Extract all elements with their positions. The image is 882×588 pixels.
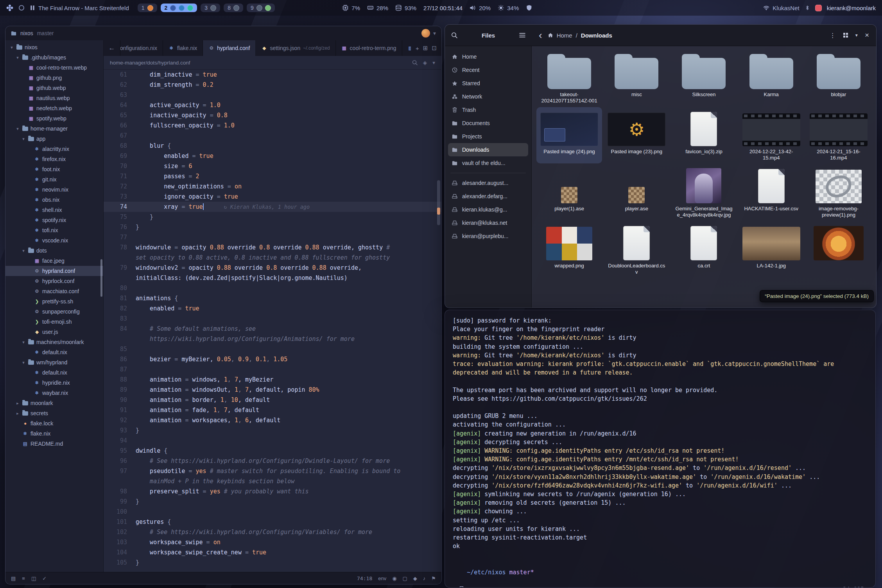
sidebar-item-kieran-purplebu-[interactable]: kieran@purplebu...	[448, 229, 528, 243]
chevron-down-icon[interactable]: ▾	[433, 30, 436, 36]
sidebar-item-alexander-defarg-[interactable]: alexander.defarg...	[448, 190, 528, 203]
language-mode[interactable]: env	[378, 575, 386, 581]
tree-item-macchiato-conf[interactable]: ⚙macchiato.conf	[5, 286, 103, 296]
file-item[interactable]: takeout-20241207T155714Z-001	[536, 50, 602, 106]
workspace-9[interactable]: 9	[247, 4, 275, 12]
sidebar-item-alesander-august-[interactable]: alesander.august...	[448, 176, 528, 190]
tree-item-user-js[interactable]: ◆user.js	[5, 327, 103, 337]
file-item[interactable]: Gemini_Generated_Image_4rqv8k4rqv8k4rqv.…	[671, 164, 737, 220]
code-line[interactable]: 71 passes = 2	[104, 171, 441, 181]
code-line[interactable]: 70 size = 6	[104, 161, 441, 171]
new-tab-icon[interactable]: +	[416, 45, 419, 52]
search-icon[interactable]	[451, 32, 457, 38]
code-line[interactable]: 86 bezier = myBezier, 0.05, 0.9, 0.1, 1.…	[104, 354, 441, 364]
tree-item-flake-nix[interactable]: ❄flake.nix	[5, 428, 103, 439]
code-line[interactable]: 80	[104, 283, 441, 293]
tree-item-vscode-nix[interactable]: ❄vscode.nix	[5, 235, 103, 246]
tree-item-obs-nix[interactable]: ❄obs.nix	[5, 195, 103, 205]
sidebar-item-home[interactable]: Home	[448, 50, 528, 63]
sidebar-item-documents[interactable]: Documents	[448, 117, 528, 130]
split-pane-icon[interactable]: ⊞	[423, 45, 428, 52]
code-editor[interactable]: 61 dim_inactive = true62 dim_strength = …	[104, 70, 441, 572]
code-line[interactable]: 99}	[104, 497, 441, 507]
network-widget[interactable]: KlukasNet	[763, 5, 799, 11]
tab-flake-nix[interactable]: ❄flake.nix	[163, 40, 203, 56]
kebab-menu-icon[interactable]: ⋮	[830, 32, 836, 39]
code-line[interactable]: mainMod + P in the keybinds section belo…	[104, 476, 441, 486]
code-line[interactable]: 91 animation = fade, 1, 7, default	[104, 405, 441, 415]
terminal-prompt[interactable]: ❯ 34.695s	[453, 585, 868, 588]
terminal-window[interactable]: [sudo] password for kierank:Place your f…	[445, 310, 876, 588]
file-item[interactable]: HACKATIME-1-user.csv	[739, 164, 804, 220]
tree-item-nautilus-webp[interactable]: ▦nautilus.webp	[5, 93, 103, 103]
file-item[interactable]: favicon_io(3).zip	[671, 107, 737, 163]
editor-options-icon[interactable]: ▾	[432, 59, 435, 66]
sidebar-item-trash[interactable]: Trash	[448, 103, 528, 117]
tree-item-flake-lock[interactable]: ●flake.lock	[5, 418, 103, 428]
path-bar[interactable]: Home / Downloads	[548, 32, 612, 39]
clock-widget[interactable]: 27/12 00:51:44	[423, 5, 463, 11]
sidebar-item-network[interactable]: Network	[448, 90, 528, 103]
diagnostics-check-icon[interactable]: ✓	[42, 575, 47, 581]
tree-item-shell-nix[interactable]: ❄shell.nix	[5, 205, 103, 215]
code-line[interactable]: 93}	[104, 425, 441, 436]
code-line[interactable]: 69 enabled = true	[104, 151, 441, 161]
code-line[interactable]: 66 fullscreen_opacity = 1.0	[104, 120, 441, 131]
code-line[interactable]: 63	[104, 90, 441, 100]
code-line[interactable]: 77	[104, 232, 441, 242]
crumb-home[interactable]: Home	[557, 32, 572, 39]
nav-back-icon[interactable]: ←	[104, 40, 120, 56]
tab-hyprland-conf[interactable]: ⚙hyprland.conf	[203, 40, 256, 56]
code-line[interactable]: 75 }	[104, 212, 441, 222]
code-line[interactable]: 105}	[104, 558, 441, 568]
code-line[interactable]: 98 preserve_split = yes # you probably w…	[104, 486, 441, 497]
tree-item-hypridle-nix[interactable]: ❄hypridle.nix	[5, 378, 103, 388]
workspace-8[interactable]: 8	[224, 4, 243, 12]
code-line[interactable]: 97 pseudotile = yes # master switch for …	[104, 466, 441, 476]
file-item[interactable]: misc	[604, 50, 669, 106]
code-line[interactable]: 96 # See https://wiki.hyprland.org/Confi…	[104, 456, 441, 466]
code-line[interactable]: 82 enabled = true	[104, 303, 441, 314]
code-line[interactable]: 64 active_opacity = 1.0	[104, 100, 441, 110]
view-grid-icon[interactable]	[843, 32, 848, 38]
status-dot-icon[interactable]	[19, 5, 24, 11]
tree-item-app[interactable]: ▾app	[5, 134, 103, 144]
code-line[interactable]: 92 animation = workspaces, 1, 6, default	[104, 415, 441, 425]
tree-item-hyprland-conf[interactable]: ⚙hyprland.conf	[5, 266, 103, 276]
tree-item-neofetch-webp[interactable]: ▦neofetch.webp	[5, 103, 103, 113]
tree-item-home-manager[interactable]: ▾home-manager	[5, 124, 103, 134]
search-icon[interactable]	[412, 60, 418, 65]
code-line[interactable]: 65 inactive_opacity = 0.8	[104, 110, 441, 120]
file-item[interactable]: Pasted image (23).png	[604, 107, 669, 163]
workspace-2[interactable]: 2	[161, 4, 197, 12]
bluetooth-icon[interactable]	[805, 5, 810, 11]
tree-item-nixos[interactable]: ▾nixos	[5, 42, 103, 52]
tree-item-prettify-ss-sh[interactable]: ❯prettify-ss.sh	[5, 296, 103, 307]
panel-toggle-icon[interactable]: ▤	[11, 575, 16, 581]
sidebar-item-kieran-klukas-net[interactable]: kieran@klukas.net	[448, 216, 528, 229]
code-line[interactable]: 104 workspace_swipe_create_new = true	[104, 547, 441, 558]
flag-icon[interactable]: ⚑	[431, 575, 436, 581]
code-line[interactable]: 84 # Some default animations, see	[104, 324, 441, 334]
file-item[interactable]: ca.crt	[671, 221, 737, 278]
code-line[interactable]: 102 # See https://wiki.hyprland.org/Conf…	[104, 527, 441, 537]
media-player-widget[interactable]: The Final Arrow - Marc Streitenfeld	[30, 5, 129, 11]
tree-item-dots[interactable]: ▾dots	[5, 246, 103, 256]
project-name[interactable]: nixos	[20, 30, 33, 36]
code-line[interactable]: 72 new_optimizations = on	[104, 181, 441, 192]
code-line[interactable]: 79windowrulev2 = opacity 0.88 override 0…	[104, 263, 441, 273]
tray-badge-icon[interactable]	[815, 5, 822, 11]
code-line[interactable]: 68 blur {	[104, 141, 441, 151]
file-item[interactable]: 2024-12-22_13-42-15.mp4	[739, 107, 804, 163]
workspace-3[interactable]: 3	[201, 4, 220, 12]
diamond-icon[interactable]: ◆	[413, 575, 417, 581]
sidebar-item-vault-of-the-eldu-[interactable]: vault of the eldu...	[448, 156, 528, 170]
tree-item-git-nix[interactable]: ❄git.nix	[5, 174, 103, 185]
code-line[interactable]: 89 animation = windowsOut, 1, 7, default…	[104, 385, 441, 395]
tree-item-tofi-emoji-sh[interactable]: ❯tofi-emoji.sh	[5, 317, 103, 327]
square-icon[interactable]: ▢	[403, 575, 407, 581]
file-item[interactable]: image-removebg-preview(1).png	[806, 164, 871, 220]
tree-item-default-nix[interactable]: ❄default.nix	[5, 347, 103, 357]
close-icon[interactable]: ×	[865, 31, 869, 39]
code-line[interactable]: 81animations {	[104, 293, 441, 303]
